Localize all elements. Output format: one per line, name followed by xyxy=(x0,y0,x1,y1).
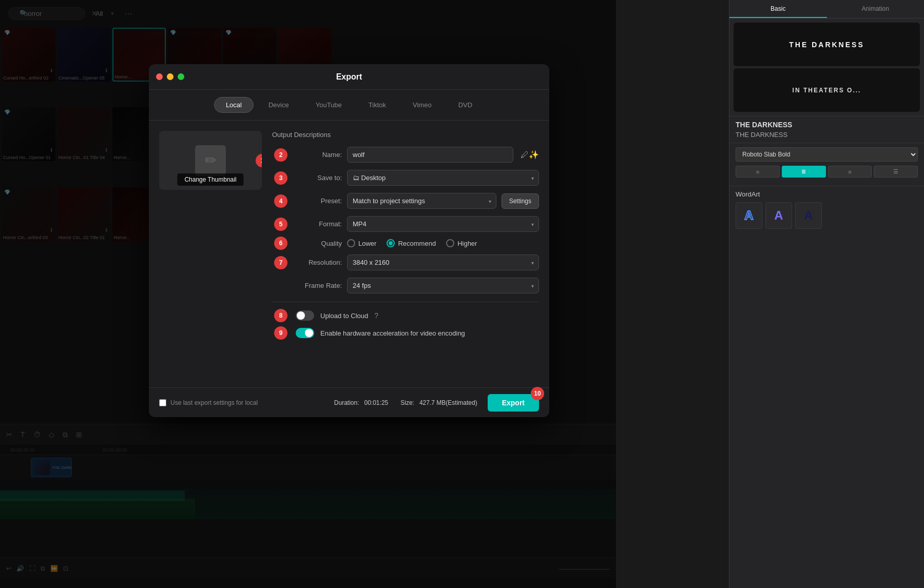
preset-label: Preset: xyxy=(296,197,342,205)
thumbnail-image: ✏ xyxy=(195,145,226,176)
upload-cloud-help-icon[interactable]: ? xyxy=(374,311,378,320)
right-panel-tabs: Basic Animation xyxy=(729,0,924,18)
duration-value: 00:01:25 xyxy=(364,399,389,406)
modal-body: ✏ Change Thumbnail 1 Output Descriptions… xyxy=(149,121,549,387)
upload-cloud-toggle[interactable] xyxy=(296,310,314,321)
wordart-icon-2: A xyxy=(774,208,783,223)
name-label: Name: xyxy=(296,151,342,159)
font-select[interactable]: Roboto Slab Bold xyxy=(736,147,918,162)
tab-basic[interactable]: Basic xyxy=(729,0,827,18)
preset-select-wrap: Match to project settings ▾ xyxy=(347,193,496,209)
close-window-btn[interactable] xyxy=(156,73,163,80)
quality-higher-radio[interactable] xyxy=(446,239,454,247)
right-panel-previews: THE DARKNESS IN THEATERS O... xyxy=(729,18,924,116)
traffic-lights xyxy=(156,73,184,80)
minimize-window-btn[interactable] xyxy=(167,73,174,80)
align-center-btn[interactable]: ≣ xyxy=(782,166,826,178)
quality-row: 6 Quality Lower Recommend xyxy=(272,239,539,247)
hw-accel-toggle[interactable] xyxy=(296,328,314,338)
wordart-item-2[interactable]: A xyxy=(765,202,792,229)
name-row: 2 Name: 🖊✨ xyxy=(272,147,539,163)
maximize-window-btn[interactable] xyxy=(178,73,184,80)
title-text-2: IN THEATERS O... xyxy=(793,87,861,94)
frame-rate-select[interactable]: 24 fps xyxy=(347,278,539,293)
step-badge-6: 6 xyxy=(274,237,287,250)
wordart-icon-1: A xyxy=(744,208,753,223)
export-tab-tiktok[interactable]: Tiktok xyxy=(357,97,398,113)
step-badge-10: 10 xyxy=(531,387,544,400)
quality-lower-radio[interactable] xyxy=(347,239,355,247)
export-tab-vimeo[interactable]: Vimeo xyxy=(401,97,444,113)
resolution-select-wrap: 3840 x 2160 ▾ xyxy=(347,254,539,270)
quality-lower[interactable]: Lower xyxy=(347,239,376,247)
quality-lower-label: Lower xyxy=(358,240,376,247)
tab-animation[interactable]: Animation xyxy=(827,0,925,18)
quality-recommend-dot xyxy=(389,241,393,245)
resolution-label: Resolution: xyxy=(296,259,342,266)
use-last-settings-label: Use last export settings for local xyxy=(170,399,258,406)
format-select[interactable]: MP4 xyxy=(347,216,539,232)
separator-1 xyxy=(272,302,539,302)
quality-higher-label: Higher xyxy=(457,240,477,247)
quality-recommend[interactable]: Recommend xyxy=(387,239,436,247)
align-left-btn[interactable]: ≡ xyxy=(736,166,780,178)
hw-accel-knob xyxy=(305,329,313,337)
align-justify-btn[interactable]: ☰ xyxy=(874,166,918,178)
modal-tabs: Local Device YouTube Tiktok Vimeo DVD xyxy=(149,90,549,121)
upload-cloud-label: Upload to Cloud xyxy=(320,312,368,320)
export-tab-dvd[interactable]: DVD xyxy=(447,97,484,113)
save-to-select[interactable]: 🗂 Desktop xyxy=(347,170,539,186)
upload-cloud-knob xyxy=(297,311,305,320)
name-input[interactable] xyxy=(347,147,513,163)
export-tab-local[interactable]: Local xyxy=(214,97,254,113)
modal-header: Export xyxy=(149,64,549,90)
duration-meta: Duration: 00:01:25 xyxy=(334,399,388,406)
align-right-btn[interactable]: ≡ xyxy=(828,166,872,178)
preset-select[interactable]: Match to project settings xyxy=(347,193,496,209)
wordart-label: WordArt xyxy=(736,190,918,198)
preset-row: 4 Preset: Match to project settings ▾ Se… xyxy=(272,193,539,209)
resolution-row: 7 Resolution: 3840 x 2160 ▾ xyxy=(272,254,539,270)
wordart-item-1[interactable]: A xyxy=(736,202,762,229)
thumbnail-area: ✏ Change Thumbnail 1 xyxy=(159,131,262,377)
title-main: THE DARKNESS THE DARKNESS xyxy=(729,116,924,143)
modal-footer: Use last export settings for local Durat… xyxy=(149,387,549,417)
step-badge-5: 5 xyxy=(274,218,287,231)
hw-accel-row: 9 Enable hardware acceleration for video… xyxy=(272,328,539,338)
font-section: Roboto Slab Bold ≡ ≣ ≡ ☰ xyxy=(729,143,924,186)
wordart-icon-3: A xyxy=(804,208,813,223)
step-badge-9: 9 xyxy=(274,326,287,340)
size-value: 427.7 MB(Estimated) xyxy=(419,399,477,406)
quality-recommend-label: Recommend xyxy=(398,240,436,247)
export-tab-youtube[interactable]: YouTube xyxy=(304,97,354,113)
wordart-item-3[interactable]: A xyxy=(795,202,822,229)
export-btn-container: 10 Export xyxy=(488,394,539,411)
size-label: Size: xyxy=(400,399,414,406)
pencil-icon: ✏ xyxy=(205,152,217,169)
duration-label: Duration: xyxy=(334,399,359,406)
step-badge-4: 4 xyxy=(274,194,287,208)
quality-higher[interactable]: Higher xyxy=(446,239,477,247)
change-thumbnail-btn[interactable]: Change Thumbnail xyxy=(177,173,243,186)
step-badge-3: 3 xyxy=(274,171,287,185)
quality-label: Quality xyxy=(296,240,342,247)
ai-generate-icon[interactable]: 🖊✨ xyxy=(521,150,539,160)
output-section-title: Output Descriptions xyxy=(272,131,539,139)
format-label: Format: xyxy=(296,220,342,228)
footer-meta: Duration: 00:01:25 Size: 427.7 MB(Estima… xyxy=(334,399,477,406)
modal-title: Export xyxy=(336,72,362,82)
quality-options: Lower Recommend Higher xyxy=(347,239,477,247)
resolution-select[interactable]: 3840 x 2160 xyxy=(347,254,539,270)
export-tab-device[interactable]: Device xyxy=(257,97,301,113)
step-badge-7: 7 xyxy=(274,256,287,269)
quality-recommend-radio[interactable] xyxy=(387,239,395,247)
use-last-settings-checkbox[interactable] xyxy=(159,399,166,406)
wordart-options: A A A xyxy=(736,202,918,229)
export-modal: Export Local Device YouTube Tiktok Vimeo… xyxy=(149,64,549,417)
wordart-section: WordArt A A A xyxy=(729,186,924,233)
right-panel: Basic Animation THE DARKNESS IN THEATERS… xyxy=(729,0,924,588)
step-badge-2: 2 xyxy=(274,148,287,162)
format-select-wrap: MP4 ▾ xyxy=(347,216,539,232)
title-main-text-2: THE DARKNESS xyxy=(736,131,918,139)
settings-button[interactable]: Settings xyxy=(502,193,539,209)
